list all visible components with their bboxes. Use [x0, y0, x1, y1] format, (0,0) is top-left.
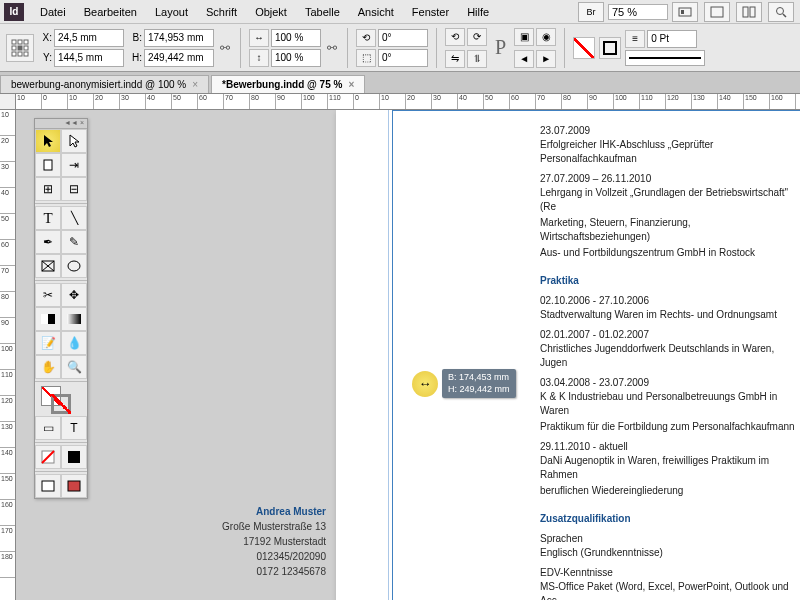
gap-tool[interactable]: ⇥	[61, 153, 87, 177]
menu-hilfe[interactable]: Hilfe	[459, 4, 497, 20]
tab-bewerbung[interactable]: *Bewerbung.indd @ 75 %×	[211, 75, 365, 93]
guide-column[interactable]	[388, 110, 389, 600]
svg-rect-3	[743, 7, 748, 17]
menu-fenster[interactable]: Fenster	[404, 4, 457, 20]
scale-x-input[interactable]: 100 %	[271, 29, 321, 47]
resize-width: B: 174,453 mm	[448, 372, 510, 384]
toolbox: ◄◄ × ⇥ ⊞ ⊟ T ╲ ✒ ✎ ✂ ✥ 📝 💧 ✋ 🔍	[34, 118, 88, 499]
svg-rect-28	[42, 481, 54, 491]
fill-swatch[interactable]	[573, 37, 595, 59]
pasteboard[interactable]: Andrea Muster Große Musterstraße 13 1719…	[16, 110, 800, 600]
arrange-button[interactable]	[736, 2, 762, 22]
flip-v-icon[interactable]: ⥮	[467, 50, 487, 68]
menu-layout[interactable]: Layout	[147, 4, 196, 20]
view-normal-icon[interactable]	[35, 474, 61, 498]
sidebar-mobile: 0172 12345678	[156, 564, 326, 579]
ellipse-tool[interactable]	[61, 254, 87, 278]
selection-tool[interactable]	[35, 129, 61, 153]
formatting-container-icon[interactable]: ▭	[35, 416, 61, 440]
guide-column[interactable]	[392, 110, 393, 600]
menu-schrift[interactable]: Schrift	[198, 4, 245, 20]
select-content-icon[interactable]: ◉	[536, 28, 556, 46]
formatting-text-icon[interactable]: T	[61, 416, 87, 440]
free-transform-tool[interactable]: ✥	[61, 283, 87, 307]
eyedropper-tool[interactable]: 💧	[61, 331, 87, 355]
stroke-color[interactable]	[51, 394, 71, 414]
select-next-icon[interactable]: ►	[536, 50, 556, 68]
select-prev-icon[interactable]: ◄	[514, 50, 534, 68]
bridge-button[interactable]: Br	[578, 2, 604, 22]
text-frame[interactable]: 23.07.2009Erfolgreicher IHK-Abschluss „G…	[526, 110, 800, 600]
resize-cursor-icon: ↔	[412, 371, 438, 397]
rotate-ccw-icon[interactable]: ⟲	[445, 28, 465, 46]
close-icon[interactable]: ×	[192, 79, 198, 90]
w-input[interactable]: 174,953 mm	[144, 29, 214, 47]
rotate-input[interactable]: 0°	[378, 29, 428, 47]
rotate-cw-icon[interactable]: ⟳	[467, 28, 487, 46]
tab-bewerbung-anon[interactable]: bewerbung-anonymisiert.indd @ 100 %×	[0, 75, 209, 93]
svg-rect-16	[604, 42, 616, 54]
zoom-tool[interactable]: 🔍	[61, 355, 87, 379]
svg-rect-9	[24, 40, 28, 44]
constrain-wh-icon[interactable]: ⚯	[218, 30, 232, 66]
select-container-icon[interactable]: ▣	[514, 28, 534, 46]
direct-selection-tool[interactable]	[61, 129, 87, 153]
y-input[interactable]: 144,5 mm	[54, 49, 124, 67]
content-collector-tool[interactable]: ⊞	[35, 177, 61, 201]
screen-mode-button[interactable]	[704, 2, 730, 22]
gradient-swatch-tool[interactable]	[35, 307, 61, 331]
flip-h-icon[interactable]: ⇋	[445, 50, 465, 68]
ruler-horizontal[interactable]: 1001020304050607080901001100102030405060…	[0, 94, 800, 110]
svg-rect-1	[681, 10, 684, 14]
stroke-weight-icon: ≡	[625, 30, 645, 48]
page-tool[interactable]	[35, 153, 61, 177]
svg-rect-11	[18, 46, 22, 50]
sidebar-city: 17192 Musterstadt	[156, 534, 326, 549]
pencil-tool[interactable]: ✎	[61, 230, 87, 254]
content-placer-tool[interactable]: ⊟	[61, 177, 87, 201]
fill-stroke-control[interactable]	[35, 384, 87, 416]
control-bar: X:24,5 mm Y:144,5 mm B:174,953 mm H:249,…	[0, 24, 800, 72]
hand-tool[interactable]: ✋	[35, 355, 61, 379]
menu-tabelle[interactable]: Tabelle	[297, 4, 348, 20]
sidebar-phone: 012345/202090	[156, 549, 326, 564]
apply-color-icon[interactable]	[61, 445, 87, 469]
x-input[interactable]: 24,5 mm	[54, 29, 124, 47]
search-icon[interactable]	[768, 2, 794, 22]
scale-y-input[interactable]: 100 %	[271, 49, 321, 67]
reference-point-icon[interactable]	[6, 34, 34, 62]
tab-label: *Bewerbung.indd @ 75 %	[222, 79, 342, 90]
menu-bar: Id Datei Bearbeiten Layout Schrift Objek…	[0, 0, 800, 24]
shear-input[interactable]: 0°	[378, 49, 428, 67]
line-tool[interactable]: ╲	[61, 206, 87, 230]
document-page[interactable]: Andrea Muster Große Musterstraße 13 1719…	[336, 110, 800, 600]
ruler-vertical[interactable]: 1020304050607080901001101201301401501601…	[0, 110, 16, 600]
tab-label: bewerbung-anonymisiert.indd @ 100 %	[11, 79, 186, 90]
rectangle-frame-tool[interactable]	[35, 254, 61, 278]
close-icon[interactable]: ×	[348, 79, 354, 90]
svg-rect-12	[24, 46, 28, 50]
menu-ansicht[interactable]: Ansicht	[350, 4, 402, 20]
zoom-input[interactable]	[608, 4, 668, 20]
stroke-swatch[interactable]	[599, 37, 621, 59]
ruler-origin[interactable]	[0, 94, 16, 110]
stroke-style-select[interactable]	[625, 50, 705, 66]
gradient-feather-tool[interactable]	[61, 307, 87, 331]
menu-objekt[interactable]: Objekt	[247, 4, 295, 20]
menu-datei[interactable]: Datei	[32, 4, 74, 20]
scissors-tool[interactable]: ✂	[35, 283, 61, 307]
svg-rect-15	[24, 52, 28, 56]
type-tool[interactable]: T	[35, 206, 61, 230]
svg-rect-14	[18, 52, 22, 56]
stroke-weight-input[interactable]: 0 Pt	[647, 30, 697, 48]
view-preview-icon[interactable]	[61, 474, 87, 498]
h-input[interactable]: 249,442 mm	[144, 49, 214, 67]
note-tool[interactable]: 📝	[35, 331, 61, 355]
menu-bearbeiten[interactable]: Bearbeiten	[76, 4, 145, 20]
view-mode-button[interactable]	[672, 2, 698, 22]
constrain-scale-icon[interactable]: ⚯	[325, 30, 339, 66]
toolbox-header[interactable]: ◄◄ ×	[35, 119, 87, 129]
pen-tool[interactable]: ✒	[35, 230, 61, 254]
apply-none-icon[interactable]	[35, 445, 61, 469]
sidebar-street: Große Musterstraße 13	[156, 519, 326, 534]
